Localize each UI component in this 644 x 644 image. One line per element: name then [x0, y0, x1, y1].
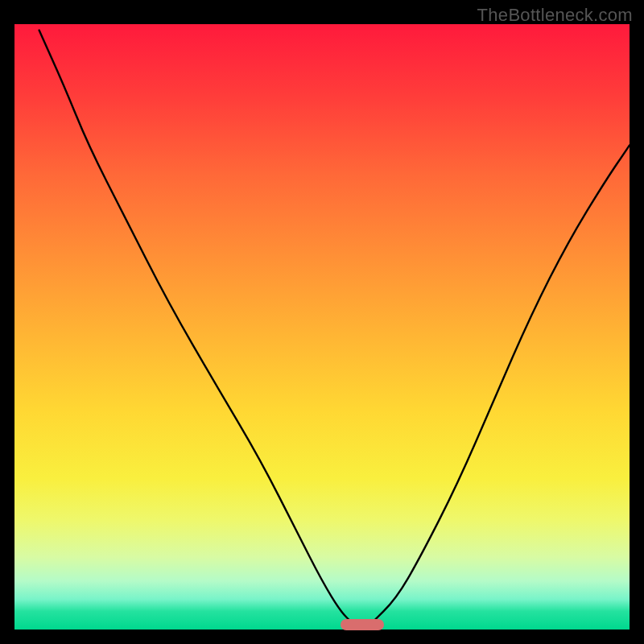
- minimum-marker: [341, 619, 384, 630]
- bottleneck-curve: [14, 24, 630, 630]
- curve-path: [39, 31, 630, 624]
- watermark-text: TheBottleneck.com: [477, 5, 633, 26]
- plot-area: [14, 24, 630, 630]
- chart-stage: TheBottleneck.com: [0, 0, 644, 644]
